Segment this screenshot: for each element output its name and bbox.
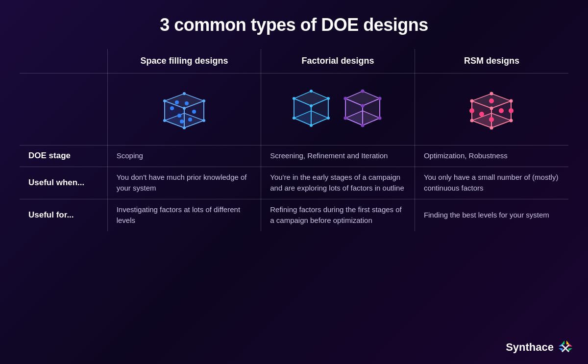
svg-point-43 [343,117,347,120]
doe-stage-rsm: Optimization, Robustness [415,146,568,167]
svg-point-8 [177,114,181,118]
svg-point-30 [327,97,330,100]
rsm-image-cell [415,73,568,146]
svg-point-28 [293,97,295,100]
space-filling-cube [155,81,214,137]
useful-when-row: Useful when... You don't have much prior… [20,167,568,199]
svg-point-61 [509,108,514,113]
useful-for-row: Useful for... Investigating factors at l… [20,199,568,231]
logo-area: Synthace [506,340,573,355]
doe-stage-label: DOE stage [20,146,107,167]
svg-point-13 [180,120,184,123]
col-header-space-filling: Space filling designs [107,49,261,73]
col-header-factorial: Factorial designs [261,49,415,73]
useful-when-rsm: You only have a small number of (mostly)… [415,167,568,199]
useful-for-rsm: Finding the best levels for your system [415,199,568,231]
svg-point-47 [361,124,364,127]
logo-icon [558,340,573,355]
svg-point-34 [310,104,313,107]
svg-point-44 [378,97,381,100]
space-filling-image-cell [107,73,261,146]
svg-point-59 [489,117,494,122]
useful-for-factorial: Refining factors during the first stages… [261,199,415,231]
svg-point-60 [469,108,474,113]
page-container: 3 common types of DOE designs Space fill… [0,0,588,364]
image-label-cell [20,73,107,146]
svg-point-18 [183,92,186,95]
svg-point-15 [163,119,166,122]
useful-when-factorial: You're in the early stages of a campaign… [261,167,415,199]
doe-stage-space-filling: Scoping [107,146,261,167]
svg-point-31 [327,117,330,120]
svg-point-46 [361,90,364,93]
svg-point-12 [188,118,192,121]
image-row [20,73,568,146]
svg-point-65 [510,119,513,122]
header-row: Space filling designs Factorial designs … [20,49,568,73]
svg-point-64 [510,99,513,103]
useful-when-label: Useful when... [20,167,107,199]
svg-point-19 [183,126,186,129]
col-header-label [20,49,107,73]
svg-point-57 [499,108,504,113]
page-title: 3 common types of DOE designs [160,15,428,35]
svg-point-67 [490,126,493,130]
svg-point-48 [361,104,364,108]
svg-point-14 [163,99,166,102]
svg-point-16 [202,99,205,102]
svg-point-68 [490,107,493,110]
rsm-cube [460,81,523,137]
svg-point-10 [192,110,196,114]
doe-stage-row: DOE stage Scoping Screening, Refinement … [20,146,568,167]
svg-point-9 [185,101,189,105]
useful-for-space-filling: Investigating factors at lots of differe… [107,199,261,231]
col-header-rsm: RSM designs [415,49,568,73]
useful-when-space-filling: You don't have much prior knowledge of y… [107,167,261,199]
svg-point-20 [183,107,186,110]
svg-point-42 [343,97,347,100]
table-wrapper: Space filling designs Factorial designs … [20,49,568,354]
svg-point-7 [170,106,174,110]
svg-point-56 [479,112,484,117]
svg-point-45 [378,117,381,120]
svg-point-62 [470,99,474,103]
factorial-cubes [289,81,387,137]
svg-point-66 [490,92,493,96]
svg-point-32 [310,90,313,93]
doe-stage-factorial: Screening, Refinement and Iteration [261,146,415,167]
svg-point-58 [489,98,494,103]
logo-text: Synthace [506,341,554,354]
svg-point-11 [175,100,179,104]
svg-point-17 [202,119,205,122]
svg-point-63 [470,119,474,122]
svg-point-29 [293,117,295,120]
svg-point-33 [310,124,313,127]
comparison-table: Space filling designs Factorial designs … [20,49,568,231]
useful-for-label: Useful for... [20,199,107,231]
factorial-image-cell [261,73,415,146]
